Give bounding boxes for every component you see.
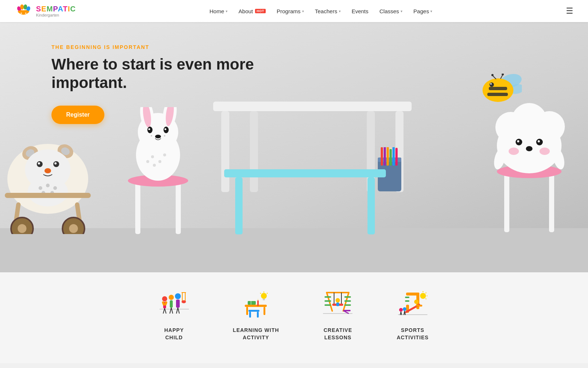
svg-line-123 — [176, 308, 178, 314]
svg-point-92 — [497, 165, 562, 178]
svg-rect-144 — [325, 300, 331, 302]
svg-point-106 — [162, 296, 167, 301]
svg-point-102 — [509, 148, 519, 155]
nav-item-teachers[interactable]: Teachers ▾ — [315, 8, 341, 14]
hero-section: THE BEGINNING IS IMPORTANT Where to star… — [0, 22, 588, 272]
svg-point-174 — [403, 307, 406, 311]
svg-point-95 — [512, 103, 547, 138]
bee-decoration — [478, 74, 522, 108]
hero-subtitle: THE BEGINNING IS IMPORTANT — [51, 44, 265, 50]
svg-point-43 — [128, 175, 188, 187]
svg-rect-153 — [336, 302, 339, 306]
svg-marker-82 — [390, 147, 392, 149]
svg-point-44 — [136, 129, 180, 181]
svg-point-50 — [147, 127, 153, 133]
svg-rect-83 — [392, 147, 395, 166]
svg-rect-9 — [489, 87, 507, 90]
features-section: HAPPY CHILD — [0, 272, 588, 363]
svg-point-99 — [536, 139, 543, 145]
nav-item-classes[interactable]: Classes ▾ — [380, 8, 402, 14]
svg-marker-134 — [257, 298, 259, 300]
svg-rect-161 — [405, 297, 409, 298]
chevron-down-icon: ▾ — [302, 9, 304, 13]
svg-rect-74 — [378, 158, 401, 162]
svg-rect-79 — [387, 147, 389, 166]
svg-point-93 — [497, 118, 562, 173]
feature-label-creative-lessons: CREATIVE LESSONS — [324, 327, 352, 341]
svg-line-124 — [178, 308, 179, 314]
feature-sports-activities: SPORTS ACTIVITIES — [397, 291, 429, 341]
cloud-toy-chair — [492, 94, 566, 236]
svg-point-171 — [399, 308, 403, 312]
svg-marker-86 — [395, 147, 398, 148]
happy-child-icon — [159, 291, 189, 320]
svg-rect-111 — [170, 300, 173, 308]
svg-point-30 — [46, 184, 50, 187]
svg-rect-73 — [378, 158, 401, 191]
main-nav: Home ▾ About HOT Programs ▾ Teachers ▾ E… — [209, 8, 432, 14]
logo[interactable]: SEMPATIC Kindergarten — [15, 2, 76, 20]
svg-rect-10 — [487, 93, 508, 96]
svg-point-20 — [25, 148, 36, 158]
svg-point-16 — [502, 74, 504, 75]
floor — [0, 228, 588, 272]
logo-name: SEMPATIC — [36, 5, 76, 13]
svg-point-38 — [18, 224, 26, 233]
svg-point-27 — [44, 168, 51, 173]
svg-line-34 — [15, 205, 18, 230]
svg-rect-64 — [395, 111, 404, 192]
svg-rect-147 — [344, 300, 351, 302]
creative-lessons-icon — [323, 291, 352, 320]
nav-item-programs[interactable]: Programs ▾ — [277, 8, 304, 14]
nav-item-events[interactable]: Events — [352, 8, 369, 14]
svg-point-58 — [158, 160, 161, 163]
svg-point-54 — [155, 135, 161, 138]
nav-item-about[interactable]: About HOT — [239, 8, 266, 14]
svg-point-135 — [261, 293, 267, 299]
svg-point-51 — [164, 127, 169, 133]
logo-text: SEMPATIC Kindergarten — [36, 5, 76, 17]
register-button[interactable]: Register — [51, 106, 104, 124]
chevron-down-icon: ▾ — [430, 9, 432, 13]
feature-label-happy-child: HAPPY CHILD — [164, 327, 184, 341]
hero-title: Where to start is even more important. — [51, 55, 265, 92]
svg-point-17 — [7, 144, 88, 214]
svg-point-105 — [551, 146, 566, 170]
feature-happy-child: HAPPY CHILD — [159, 291, 189, 341]
svg-point-56 — [164, 135, 165, 137]
svg-rect-113 — [176, 300, 180, 308]
feature-label-learning-activity: LEARNING WITH ACTIVITY — [233, 327, 279, 341]
svg-point-12 — [490, 83, 492, 85]
nav-label-classes: Classes — [380, 8, 399, 14]
svg-rect-159 — [406, 293, 419, 296]
svg-point-23 — [37, 161, 43, 167]
nav-item-pages[interactable]: Pages ▾ — [413, 8, 433, 14]
nav-label-events: Events — [352, 8, 369, 14]
svg-point-14 — [491, 74, 494, 76]
svg-point-19 — [55, 142, 75, 160]
chevron-down-icon: ▾ — [339, 9, 341, 13]
svg-line-122 — [171, 308, 173, 314]
svg-point-110 — [169, 295, 174, 300]
pencil-cup — [375, 147, 404, 193]
svg-rect-85 — [395, 148, 398, 166]
svg-line-139 — [260, 293, 261, 294]
svg-point-29 — [39, 186, 42, 190]
svg-rect-130 — [257, 312, 259, 318]
svg-point-101 — [526, 146, 533, 151]
svg-point-18 — [20, 144, 40, 162]
logo-icon — [15, 2, 32, 20]
svg-rect-91 — [549, 171, 554, 232]
nav-label-programs: Programs — [277, 8, 301, 14]
logo-subtitle: Kindergarten — [36, 13, 76, 17]
nav-label-teachers: Teachers — [315, 8, 337, 14]
chevron-down-icon: ▾ — [226, 9, 227, 13]
svg-point-117 — [182, 300, 186, 303]
svg-point-8 — [483, 78, 513, 102]
svg-rect-143 — [325, 296, 331, 298]
svg-rect-66 — [367, 111, 375, 192]
svg-rect-145 — [325, 304, 331, 306]
hamburger-menu-icon[interactable]: ☰ — [566, 6, 573, 16]
nav-item-home[interactable]: Home ▾ — [209, 8, 227, 14]
svg-point-5 — [25, 13, 26, 14]
